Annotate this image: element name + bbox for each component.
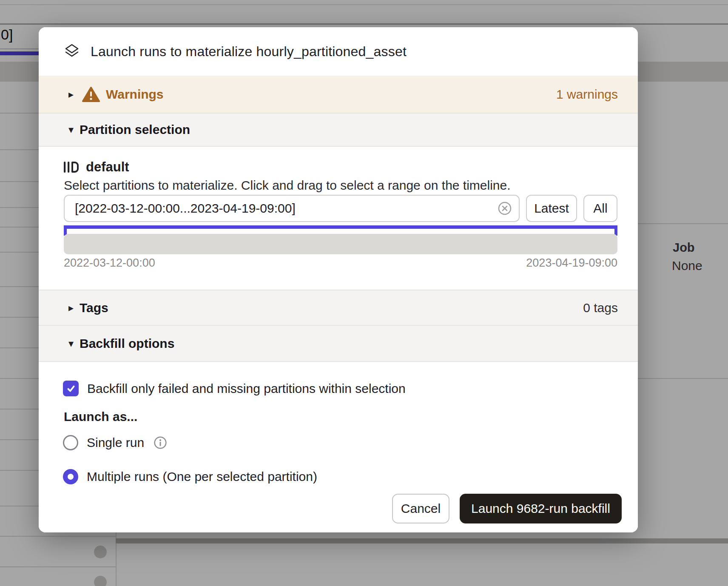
multiple-runs-label[interactable]: Multiple runs (One per selected partitio… xyxy=(87,469,317,484)
single-run-label[interactable]: Single run xyxy=(87,435,144,450)
dialog-title: Launch runs to materialize hourly_partit… xyxy=(91,44,407,60)
chevron-right-icon: ▸ xyxy=(68,302,80,314)
latest-button[interactable]: Latest xyxy=(526,195,577,222)
timeline-end-label: 2023-04-19-09:00 xyxy=(526,256,617,270)
chevron-down-icon: ▾ xyxy=(68,338,80,350)
partition-selection-content: default Select partitions to materialize… xyxy=(39,147,638,290)
backfill-options-section-toggle[interactable]: ▾ Backfill options xyxy=(39,326,638,362)
chevron-down-icon: ▾ xyxy=(68,124,80,136)
dimension-row: default xyxy=(63,159,129,175)
partition-set-icon xyxy=(63,160,79,174)
warnings-section-toggle[interactable]: ▸ Warnings 1 warnings xyxy=(39,76,638,113)
warnings-label: Warnings xyxy=(106,87,164,102)
partition-range-row: Latest All xyxy=(64,195,617,222)
launch-backfill-dialog: Launch runs to materialize hourly_partit… xyxy=(39,27,638,532)
partition-selection-header: Partition selection xyxy=(80,122,190,137)
warnings-count: 1 warnings xyxy=(556,87,618,102)
warning-triangle-icon xyxy=(82,86,100,102)
partition-range-input-wrap xyxy=(64,195,520,222)
info-icon[interactable] xyxy=(154,436,167,449)
partition-range-input[interactable] xyxy=(64,195,520,222)
all-button[interactable]: All xyxy=(583,195,617,222)
dialog-title-bar: Launch runs to materialize hourly_partit… xyxy=(39,27,638,76)
backfill-only-failed-label[interactable]: Backfill only failed and missing partiti… xyxy=(87,381,406,396)
partition-timeline-track[interactable] xyxy=(64,234,617,254)
backfill-options-header: Backfill options xyxy=(80,336,174,351)
launch-backfill-button[interactable]: Launch 9682-run backfill xyxy=(460,494,622,523)
radio-selected-icon[interactable] xyxy=(63,469,78,484)
multiple-runs-radio-row[interactable]: Multiple runs (One per selected partitio… xyxy=(63,469,317,484)
partition-selection-description: Select partitions to materialize. Click … xyxy=(64,178,511,193)
tags-section-toggle[interactable]: ▸ Tags 0 tags xyxy=(39,290,638,326)
radio-unselected-icon[interactable] xyxy=(63,435,78,450)
partition-selection-section-toggle[interactable]: ▾ Partition selection xyxy=(39,113,638,147)
single-run-radio-row[interactable]: Single run xyxy=(63,435,167,450)
dialog-footer: Cancel Launch 9682-run backfill xyxy=(392,494,622,523)
launch-as-label: Launch as... xyxy=(64,410,137,424)
backfill-options-content: Backfill only failed and missing partiti… xyxy=(39,362,638,532)
cancel-button[interactable]: Cancel xyxy=(392,494,449,523)
dimension-name: default xyxy=(86,159,129,175)
clear-selection-icon[interactable] xyxy=(498,201,512,216)
checkbox-checked-icon[interactable] xyxy=(63,381,79,396)
timeline-start-label: 2022-03-12-00:00 xyxy=(64,256,155,270)
materialize-layers-icon xyxy=(63,42,81,61)
chevron-right-icon: ▸ xyxy=(68,88,80,100)
tags-count: 0 tags xyxy=(583,301,618,315)
tags-header: Tags xyxy=(80,301,108,315)
backfill-only-failed-checkbox-row[interactable]: Backfill only failed and missing partiti… xyxy=(63,381,406,396)
